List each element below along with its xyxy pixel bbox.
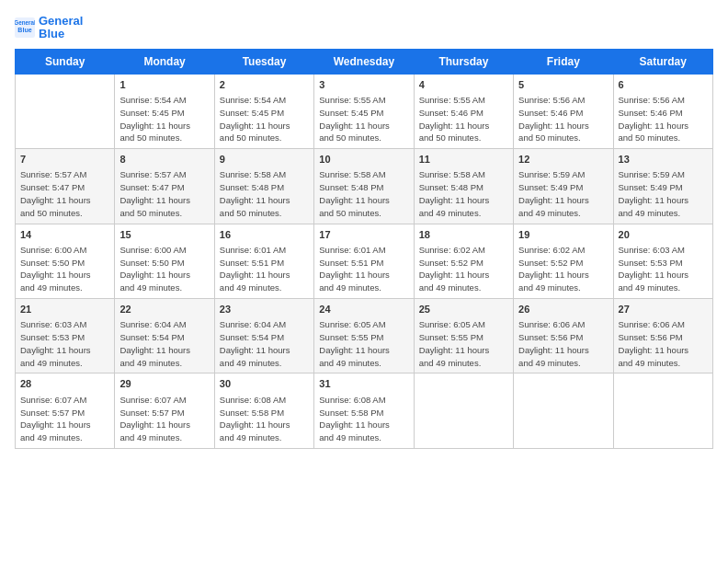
day-number: 2 [220, 78, 309, 92]
day-info: Sunrise: 5:56 AM Sunset: 5:46 PM Dayligh… [619, 94, 708, 144]
day-number: 11 [419, 153, 508, 167]
calendar-cell: 22Sunrise: 6:04 AM Sunset: 5:54 PM Dayli… [115, 298, 214, 373]
day-number: 15 [119, 228, 209, 242]
day-number: 30 [220, 377, 309, 391]
calendar-cell: 16Sunrise: 6:01 AM Sunset: 5:51 PM Dayli… [214, 224, 313, 298]
day-info: Sunrise: 5:57 AM Sunset: 5:47 PM Dayligh… [119, 168, 209, 219]
day-info: Sunrise: 6:08 AM Sunset: 5:58 PM Dayligh… [319, 394, 408, 444]
day-number: 18 [419, 228, 508, 242]
day-info: Sunrise: 6:02 AM Sunset: 5:52 PM Dayligh… [419, 244, 508, 294]
day-info: Sunrise: 6:08 AM Sunset: 5:58 PM Dayligh… [220, 394, 309, 444]
calendar-cell: 8Sunrise: 5:57 AM Sunset: 5:47 PM Daylig… [115, 149, 214, 224]
day-number: 21 [20, 303, 109, 316]
day-info: Sunrise: 6:05 AM Sunset: 5:55 PM Dayligh… [319, 318, 408, 369]
day-info: Sunrise: 5:54 AM Sunset: 5:45 PM Dayligh… [220, 94, 309, 144]
day-info: Sunrise: 6:01 AM Sunset: 5:51 PM Dayligh… [319, 244, 408, 294]
day-info: Sunrise: 5:57 AM Sunset: 5:47 PM Dayligh… [20, 168, 109, 219]
calendar-cell: 23Sunrise: 6:04 AM Sunset: 5:54 PM Dayli… [214, 298, 313, 373]
calendar-cell: 2Sunrise: 5:54 AM Sunset: 5:45 PM Daylig… [214, 74, 313, 148]
calendar-cell: 27Sunrise: 6:06 AM Sunset: 5:56 PM Dayli… [613, 298, 712, 373]
calendar-cell: 30Sunrise: 6:08 AM Sunset: 5:58 PM Dayli… [214, 373, 313, 448]
day-number: 25 [419, 303, 508, 316]
day-info: Sunrise: 6:06 AM Sunset: 5:56 PM Dayligh… [619, 318, 708, 369]
day-info: Sunrise: 5:58 AM Sunset: 5:48 PM Dayligh… [419, 168, 508, 219]
day-number: 14 [20, 228, 109, 242]
calendar-cell: 19Sunrise: 6:02 AM Sunset: 5:52 PM Dayli… [514, 224, 613, 298]
day-info: Sunrise: 6:04 AM Sunset: 5:54 PM Dayligh… [220, 318, 309, 369]
calendar-cell: 21Sunrise: 6:03 AM Sunset: 5:53 PM Dayli… [16, 298, 115, 373]
calendar-cell [414, 373, 513, 448]
day-info: Sunrise: 5:58 AM Sunset: 5:48 PM Dayligh… [220, 168, 309, 219]
calendar-week-row: 1Sunrise: 5:54 AM Sunset: 5:45 PM Daylig… [16, 74, 713, 148]
calendar-cell: 26Sunrise: 6:06 AM Sunset: 5:56 PM Dayli… [514, 298, 613, 373]
day-number: 6 [619, 78, 708, 92]
calendar-cell: 20Sunrise: 6:03 AM Sunset: 5:53 PM Dayli… [613, 224, 712, 298]
day-info: Sunrise: 6:07 AM Sunset: 5:57 PM Dayligh… [119, 394, 209, 444]
day-info: Sunrise: 6:05 AM Sunset: 5:55 PM Dayligh… [419, 318, 508, 369]
day-info: Sunrise: 5:54 AM Sunset: 5:45 PM Dayligh… [119, 94, 209, 144]
day-number: 31 [319, 377, 408, 391]
calendar-week-row: 7Sunrise: 5:57 AM Sunset: 5:47 PM Daylig… [16, 149, 713, 224]
day-number: 20 [619, 228, 708, 242]
calendar-cell: 5Sunrise: 5:56 AM Sunset: 5:46 PM Daylig… [514, 74, 613, 148]
day-info: Sunrise: 5:59 AM Sunset: 5:49 PM Dayligh… [619, 168, 708, 219]
calendar-cell: 15Sunrise: 6:00 AM Sunset: 5:50 PM Dayli… [115, 224, 214, 298]
day-number: 13 [619, 153, 708, 167]
day-number: 17 [319, 228, 408, 242]
calendar-week-row: 21Sunrise: 6:03 AM Sunset: 5:53 PM Dayli… [16, 298, 713, 373]
day-info: Sunrise: 6:04 AM Sunset: 5:54 PM Dayligh… [119, 318, 209, 369]
day-number: 22 [119, 303, 209, 316]
svg-text:Blue: Blue [17, 27, 31, 33]
day-number: 8 [119, 153, 209, 167]
calendar-cell: 4Sunrise: 5:55 AM Sunset: 5:46 PM Daylig… [414, 74, 513, 148]
calendar-cell: 10Sunrise: 5:58 AM Sunset: 5:48 PM Dayli… [314, 149, 414, 224]
day-number: 26 [518, 303, 608, 316]
day-number: 3 [319, 78, 408, 92]
calendar-cell: 28Sunrise: 6:07 AM Sunset: 5:57 PM Dayli… [16, 373, 115, 448]
day-number: 27 [619, 303, 708, 316]
day-number: 7 [20, 153, 109, 167]
day-number: 1 [119, 78, 209, 92]
calendar-cell: 25Sunrise: 6:05 AM Sunset: 5:55 PM Dayli… [414, 298, 513, 373]
calendar-cell [514, 373, 613, 448]
calendar-cell: 18Sunrise: 6:02 AM Sunset: 5:52 PM Dayli… [414, 224, 513, 298]
calendar-cell: 3Sunrise: 5:55 AM Sunset: 5:45 PM Daylig… [314, 74, 414, 148]
calendar-cell: 1Sunrise: 5:54 AM Sunset: 5:45 PM Daylig… [115, 74, 214, 148]
weekday-header-saturday: Saturday [613, 49, 712, 74]
day-info: Sunrise: 5:58 AM Sunset: 5:48 PM Dayligh… [319, 168, 408, 219]
logo-icon: General Blue [15, 17, 35, 38]
day-number: 5 [518, 78, 608, 92]
weekday-header-wednesday: Wednesday [314, 49, 414, 74]
weekday-header-sunday: Sunday [16, 49, 115, 74]
day-number: 10 [319, 153, 408, 167]
day-number: 19 [518, 228, 608, 242]
calendar-week-row: 14Sunrise: 6:00 AM Sunset: 5:50 PM Dayli… [16, 224, 713, 298]
day-info: Sunrise: 6:06 AM Sunset: 5:56 PM Dayligh… [518, 318, 608, 369]
calendar-cell: 29Sunrise: 6:07 AM Sunset: 5:57 PM Dayli… [115, 373, 214, 448]
day-number: 23 [220, 303, 309, 316]
header: General Blue General Blue [15, 15, 713, 41]
day-info: Sunrise: 6:00 AM Sunset: 5:50 PM Dayligh… [20, 244, 109, 294]
svg-text:General: General [15, 19, 35, 26]
day-info: Sunrise: 6:03 AM Sunset: 5:53 PM Dayligh… [619, 244, 708, 294]
day-number: 16 [220, 228, 309, 242]
weekday-header-tuesday: Tuesday [214, 49, 313, 74]
day-number: 28 [20, 377, 109, 391]
calendar-cell: 6Sunrise: 5:56 AM Sunset: 5:46 PM Daylig… [613, 74, 712, 148]
day-info: Sunrise: 6:03 AM Sunset: 5:53 PM Dayligh… [20, 318, 109, 369]
weekday-header-row: SundayMondayTuesdayWednesdayThursdayFrid… [16, 49, 713, 74]
calendar-cell: 24Sunrise: 6:05 AM Sunset: 5:55 PM Dayli… [314, 298, 414, 373]
weekday-header-monday: Monday [115, 49, 214, 74]
day-info: Sunrise: 5:55 AM Sunset: 5:45 PM Dayligh… [319, 94, 408, 144]
day-info: Sunrise: 6:00 AM Sunset: 5:50 PM Dayligh… [119, 244, 209, 294]
day-info: Sunrise: 5:59 AM Sunset: 5:49 PM Dayligh… [518, 168, 608, 219]
calendar-cell: 17Sunrise: 6:01 AM Sunset: 5:51 PM Dayli… [314, 224, 414, 298]
calendar-cell: 7Sunrise: 5:57 AM Sunset: 5:47 PM Daylig… [16, 149, 115, 224]
calendar-week-row: 28Sunrise: 6:07 AM Sunset: 5:57 PM Dayli… [16, 373, 713, 448]
weekday-header-thursday: Thursday [414, 49, 513, 74]
calendar-cell: 14Sunrise: 6:00 AM Sunset: 5:50 PM Dayli… [16, 224, 115, 298]
calendar-cell: 12Sunrise: 5:59 AM Sunset: 5:49 PM Dayli… [514, 149, 613, 224]
calendar-cell [16, 74, 115, 148]
day-info: Sunrise: 6:01 AM Sunset: 5:51 PM Dayligh… [220, 244, 309, 294]
day-info: Sunrise: 5:56 AM Sunset: 5:46 PM Dayligh… [518, 94, 608, 144]
